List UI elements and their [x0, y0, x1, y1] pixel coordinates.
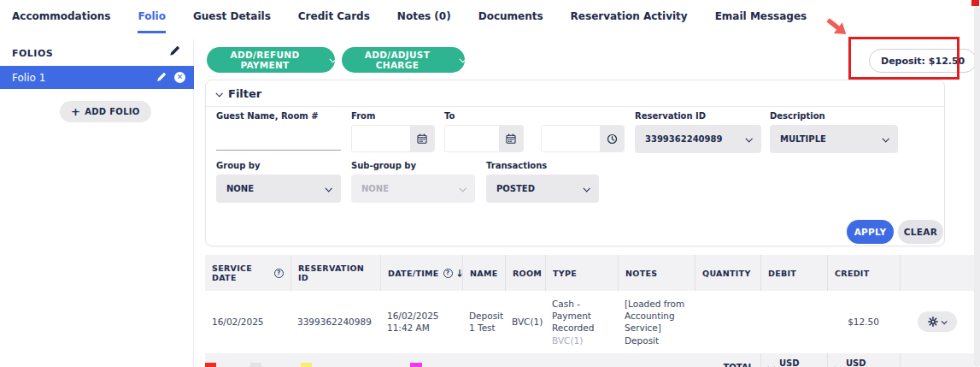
col-quantity[interactable]: QUANTITY	[695, 255, 760, 291]
chevron-down-icon	[745, 135, 752, 142]
apply-button[interactable]: APPLY	[847, 220, 894, 244]
edit-folio-icon[interactable]	[156, 73, 166, 82]
tab-accommodations[interactable]: Accommodations	[12, 10, 110, 33]
calendar-icon	[417, 133, 427, 144]
chevron-down-icon	[942, 318, 948, 324]
description-dropdown[interactable]: MULTIPLE	[770, 125, 898, 153]
chevron-down-icon	[882, 135, 889, 142]
filter-collapse-toggle[interactable]: Filter	[216, 87, 261, 100]
group-by-dropdown[interactable]: NONE	[216, 175, 341, 203]
divider	[206, 106, 944, 107]
sub-group-by-value: NONE	[361, 184, 460, 193]
col-label: ROOM	[513, 269, 542, 278]
add-adjust-charge-label: ADD/ADJUST CHARGE	[342, 50, 453, 70]
remove-folio-icon[interactable]: ✕	[174, 72, 185, 83]
cell-actions	[900, 291, 974, 353]
col-date-time[interactable]: DATE/TIME ?	[380, 255, 462, 291]
add-folio-button[interactable]: + ADD FOLIO	[60, 101, 151, 122]
transactions-value: POSTED	[496, 184, 584, 193]
reservation-id-dropdown[interactable]: 3399362240989	[635, 125, 761, 153]
annotation-mark	[971, 0, 979, 6]
col-label: DEBIT	[768, 269, 796, 278]
col-notes[interactable]: NOTES	[618, 255, 695, 291]
description-value: MULTIPLE	[780, 134, 883, 144]
tab-guest-details[interactable]: Guest Details	[193, 10, 271, 33]
from-date-input[interactable]	[352, 126, 410, 151]
table-row: 16/02/2025 3399362240989 16/02/2025 11:4…	[205, 291, 974, 353]
folios-title: FOLIOS	[12, 48, 53, 59]
col-credit[interactable]: CREDIT	[827, 255, 900, 291]
filter-panel: Filter Guest Name, Room # From To Reserv…	[205, 80, 945, 246]
clear-button[interactable]: CLEAR	[898, 220, 943, 244]
chevron-down-icon[interactable]	[834, 364, 841, 367]
transactions-label: Transactions	[486, 161, 547, 170]
help-icon[interactable]: ?	[274, 269, 284, 278]
edit-folios-icon[interactable]	[169, 46, 179, 56]
reservation-id-value: 3399362240989	[645, 134, 746, 144]
legend-color-yellow	[301, 363, 312, 367]
tab-documents[interactable]: Documents	[478, 10, 543, 33]
description-label: Description	[770, 111, 825, 121]
annotation-arrow-icon	[819, 14, 856, 44]
time-input[interactable]	[542, 126, 600, 151]
gear-icon	[928, 317, 938, 327]
col-label: TYPE	[553, 269, 577, 278]
filter-title: Filter	[228, 87, 261, 100]
col-label: NAME	[470, 269, 497, 278]
chevron-down-icon	[459, 56, 466, 62]
legend-color-magenta	[410, 363, 422, 367]
col-label: RESERVATION ID	[298, 263, 373, 282]
group-by-label: Group by	[216, 161, 260, 170]
col-name[interactable]: NAME	[462, 255, 505, 291]
to-date-input[interactable]	[445, 126, 499, 151]
legend-color-gray	[250, 363, 261, 367]
col-debit[interactable]: DEBIT	[760, 255, 827, 291]
help-icon[interactable]: ?	[443, 269, 453, 278]
tab-email-messages[interactable]: Email Messages	[715, 10, 807, 33]
row-actions-button[interactable]	[918, 311, 957, 332]
sub-group-by-dropdown: NONE	[351, 175, 475, 203]
total-credit-cell: USD 12.50	[827, 353, 900, 367]
chevron-down-icon[interactable]	[767, 364, 774, 367]
tab-notes[interactable]: Notes (0)	[397, 10, 451, 33]
col-label: DATE/TIME	[388, 269, 439, 278]
from-date-group	[351, 125, 435, 152]
cell-debit	[760, 291, 827, 353]
col-service-date[interactable]: SERVICE DATE ?	[205, 255, 290, 291]
folios-sidebar: FOLIOS Folio 1 ✕ + ADD FOLIO	[0, 39, 194, 367]
annotation-highlight-box	[848, 37, 959, 80]
cell-credit: $12.50	[827, 291, 900, 353]
tab-reservation-activity[interactable]: Reservation Activity	[571, 10, 688, 33]
table-total-row: TOTAL USD 0.00 USD 12.50	[205, 353, 974, 367]
to-calendar-button[interactable]	[499, 126, 523, 151]
col-reservation-id[interactable]: RESERVATION ID	[290, 255, 380, 291]
tab-folio[interactable]: Folio	[138, 10, 165, 33]
cell-date-time: 16/02/2025 11:42 AM	[380, 291, 462, 353]
folio-item-folio-1[interactable]: Folio 1 ✕	[0, 66, 194, 89]
guest-name-input[interactable]	[216, 125, 341, 151]
transactions-dropdown[interactable]: POSTED	[486, 175, 599, 203]
time-picker-button[interactable]	[600, 126, 624, 151]
reservation-id-label: Reservation ID	[635, 111, 706, 121]
add-refund-payment-label: ADD/REFUND PAYMENT	[207, 50, 323, 70]
col-label: SERVICE DATE	[212, 263, 270, 282]
col-type[interactable]: TYPE	[545, 255, 618, 291]
table-header-row: SERVICE DATE ? RESERVATION ID DATE/TIME …	[205, 255, 974, 291]
group-by-value: NONE	[226, 184, 326, 193]
col-label: QUANTITY	[702, 269, 751, 278]
add-refund-payment-button[interactable]: ADD/REFUND PAYMENT	[207, 47, 335, 73]
cell-service-date: 16/02/2025	[205, 291, 290, 353]
add-adjust-charge-button[interactable]: ADD/ADJUST CHARGE	[342, 47, 465, 73]
cell-notes: [Loaded from Accounting Service] Deposit	[618, 291, 695, 353]
time-group	[541, 125, 625, 152]
total-debit-cell: USD 0.00	[760, 353, 827, 367]
col-room[interactable]: ROOM	[505, 255, 545, 291]
tab-credit-cards[interactable]: Credit Cards	[298, 10, 370, 33]
plus-icon: +	[71, 105, 80, 118]
calendar-icon	[506, 133, 516, 144]
vertical-scrollbar[interactable]	[974, 7, 980, 367]
add-folio-label: ADD FOLIO	[85, 107, 139, 116]
total-label-cell: TOTAL	[695, 353, 760, 367]
reservation-tabbar: Accommodations Folio Guest Details Credi…	[12, 10, 807, 33]
from-calendar-button[interactable]	[410, 126, 434, 151]
